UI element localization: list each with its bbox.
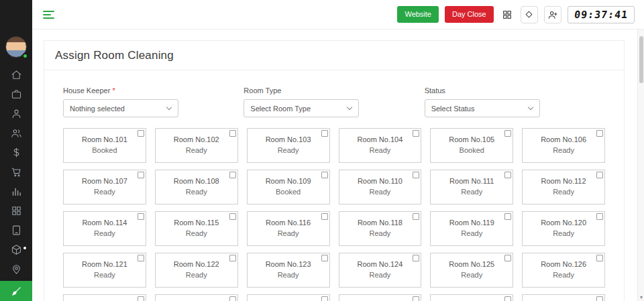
room-card[interactable]: Room No.111Ready: [430, 170, 513, 204]
scrollbar[interactable]: ▾: [637, 29, 644, 301]
room-checkbox[interactable]: [504, 255, 511, 261]
discount-diamond-icon[interactable]: [521, 6, 538, 23]
main-area: Website Day Close 09:37:41 Assign Room C…: [32, 0, 644, 301]
room-card[interactable]: Room No.126Ready: [522, 253, 605, 288]
room-type-select[interactable]: Select Room Type: [244, 99, 359, 117]
room-card[interactable]: Room No.124Ready: [339, 253, 422, 288]
sidebar-item-reports[interactable]: [10, 186, 22, 197]
room-card[interactable]: Room No.107Ready: [63, 170, 146, 204]
room-card[interactable]: Room No.108Ready: [155, 170, 238, 204]
sidebar-item-payments[interactable]: [10, 147, 22, 158]
room-type-label: Room Type: [244, 86, 424, 95]
room-card[interactable]: Room No.112Ready: [522, 170, 605, 204]
sidebar-item-devices[interactable]: [10, 225, 22, 236]
page-title: Assign Room Cleaning: [44, 41, 624, 70]
sidebar-item-user[interactable]: [10, 108, 22, 119]
room-card[interactable]: Room No.104Ready: [339, 128, 422, 163]
room-checkbox[interactable]: [229, 130, 236, 137]
room-checkbox[interactable]: [321, 172, 328, 178]
room-number: Room No.101: [64, 135, 146, 143]
room-type-select-value: Select Room Type: [250, 105, 311, 113]
room-checkbox[interactable]: [596, 255, 603, 261]
room-checkbox[interactable]: [413, 130, 419, 137]
room-number: Room No.109: [248, 177, 329, 185]
room-status: Ready: [248, 229, 329, 237]
room-card[interactable]: [63, 294, 146, 301]
room-card[interactable]: Room No.114Ready: [63, 211, 146, 246]
room-checkbox[interactable]: [504, 296, 511, 301]
room-card[interactable]: Room No.119Ready: [430, 211, 513, 246]
menu-toggle-icon[interactable]: [43, 11, 54, 19]
room-checkbox[interactable]: [321, 213, 328, 220]
room-checkbox[interactable]: [138, 130, 144, 137]
room-card[interactable]: [522, 294, 605, 301]
room-checkbox[interactable]: [229, 172, 236, 178]
room-checkbox[interactable]: [596, 296, 603, 301]
room-checkbox[interactable]: [413, 213, 419, 220]
status-select[interactable]: Select Status: [425, 99, 540, 117]
room-checkbox[interactable]: [413, 296, 419, 301]
room-checkbox[interactable]: [596, 213, 603, 220]
room-card[interactable]: Room No.121Ready: [63, 253, 146, 288]
room-checkbox[interactable]: [138, 172, 144, 178]
room-checkbox[interactable]: [504, 213, 511, 220]
scrollbar-down-arrow[interactable]: ▾: [638, 294, 644, 300]
room-checkbox[interactable]: [504, 130, 511, 137]
room-checkbox[interactable]: [321, 130, 328, 137]
room-card[interactable]: [247, 294, 330, 301]
room-checkbox[interactable]: [321, 255, 328, 261]
room-card[interactable]: Room No.105Booked: [430, 128, 513, 163]
room-card[interactable]: Room No.120Ready: [522, 211, 605, 246]
sidebar-item-pos[interactable]: [10, 166, 22, 178]
room-number: Room No.115: [156, 219, 237, 227]
room-card[interactable]: Room No.118Ready: [339, 211, 422, 246]
room-card[interactable]: Room No.110Ready: [339, 170, 422, 204]
avatar[interactable]: [5, 36, 27, 58]
room-card[interactable]: Room No.109Booked: [247, 170, 330, 204]
room-checkbox[interactable]: [229, 296, 236, 301]
room-card[interactable]: [339, 294, 422, 301]
sidebar-item-home[interactable]: [10, 69, 22, 80]
sidebar-item-modules[interactable]: [10, 205, 22, 217]
room-status: Ready: [248, 271, 329, 279]
room-card[interactable]: Room No.101Booked: [63, 128, 146, 163]
briefcase-icon: [11, 88, 22, 100]
room-card[interactable]: Room No.123Ready: [247, 253, 330, 288]
room-number: Room No.116: [248, 219, 329, 227]
add-user-icon[interactable]: [544, 6, 561, 23]
room-checkbox[interactable]: [321, 296, 328, 301]
house-keeper-select[interactable]: Nothing selected: [63, 99, 178, 117]
room-checkbox[interactable]: [138, 296, 144, 301]
sidebar-nav: [10, 69, 22, 275]
day-close-button[interactable]: Day Close: [445, 6, 494, 23]
sidebar-item-inventory[interactable]: [10, 244, 22, 255]
sidebar-item-locations[interactable]: [10, 263, 22, 275]
sidebar-item-users[interactable]: [10, 127, 22, 139]
room-card[interactable]: Room No.115Ready: [155, 211, 238, 246]
room-checkbox[interactable]: [413, 255, 419, 261]
room-card[interactable]: Room No.116Ready: [247, 211, 330, 246]
room-checkbox[interactable]: [138, 213, 144, 220]
room-type-filter: Room Type Select Room Type: [244, 86, 424, 117]
room-checkbox[interactable]: [413, 172, 419, 178]
room-checkbox[interactable]: [138, 255, 144, 261]
room-checkbox[interactable]: [504, 172, 511, 178]
room-card[interactable]: Room No.106Ready: [522, 128, 605, 163]
room-checkbox[interactable]: [596, 130, 603, 137]
tablet-icon: [11, 225, 22, 236]
room-card[interactable]: Room No.102Ready: [155, 128, 238, 163]
room-card[interactable]: Room No.125Ready: [430, 253, 513, 288]
sidebar-item-briefcase[interactable]: [10, 88, 22, 100]
room-card[interactable]: Room No.122Ready: [155, 253, 238, 288]
room-card[interactable]: Room No.103Ready: [247, 128, 330, 163]
scrollbar-thumb[interactable]: [639, 36, 643, 83]
room-checkbox[interactable]: [229, 213, 236, 220]
room-checkbox[interactable]: [229, 255, 236, 261]
room-card[interactable]: [155, 294, 238, 301]
website-button[interactable]: Website: [397, 6, 439, 23]
apps-grid-icon[interactable]: [500, 6, 515, 23]
sidebar-item-housekeeping-active[interactable]: [0, 281, 32, 301]
room-checkbox[interactable]: [596, 172, 603, 178]
clock-time: 09:37:41: [574, 9, 629, 21]
room-card[interactable]: [430, 294, 513, 301]
